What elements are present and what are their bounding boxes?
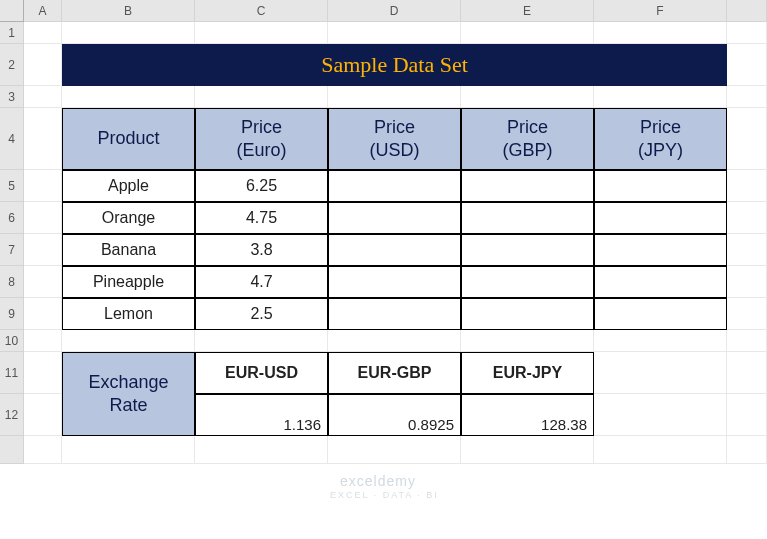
cell[interactable] <box>727 330 767 352</box>
cell[interactable] <box>727 170 767 202</box>
row-header-2[interactable]: 2 <box>0 44 24 86</box>
cell[interactable] <box>24 266 62 298</box>
cell[interactable] <box>727 436 767 464</box>
cell[interactable] <box>24 298 62 330</box>
cell[interactable] <box>727 202 767 234</box>
cell[interactable] <box>328 436 461 464</box>
cell[interactable] <box>24 170 62 202</box>
exchange-pair-header[interactable]: EUR-USD <box>195 352 328 394</box>
table-cell[interactable]: 6.25 <box>195 170 328 202</box>
cell[interactable] <box>24 352 62 394</box>
row-header-1[interactable]: 1 <box>0 22 24 44</box>
col-header-D[interactable]: D <box>328 0 461 22</box>
cell[interactable] <box>195 22 328 44</box>
cell[interactable] <box>328 330 461 352</box>
table-cell[interactable] <box>461 170 594 202</box>
cell[interactable] <box>24 234 62 266</box>
table-cell[interactable]: 2.5 <box>195 298 328 330</box>
table-cell[interactable] <box>594 298 727 330</box>
th-price-gbp[interactable]: Price (GBP) <box>461 108 594 170</box>
cell[interactable] <box>727 86 767 108</box>
cell[interactable] <box>727 266 767 298</box>
select-all-corner[interactable] <box>0 0 24 22</box>
cell[interactable] <box>727 44 767 86</box>
col-header-B[interactable]: B <box>62 0 195 22</box>
exchange-value[interactable]: 0.8925 <box>328 394 461 436</box>
exchange-value[interactable]: 128.38 <box>461 394 594 436</box>
table-cell[interactable]: 4.7 <box>195 266 328 298</box>
table-cell[interactable] <box>328 298 461 330</box>
cell[interactable] <box>62 436 195 464</box>
row-header-3[interactable]: 3 <box>0 86 24 108</box>
cell[interactable] <box>24 436 62 464</box>
table-cell[interactable]: Apple <box>62 170 195 202</box>
cell[interactable] <box>62 330 195 352</box>
row-header-5[interactable]: 5 <box>0 170 24 202</box>
row-header-8[interactable]: 8 <box>0 266 24 298</box>
cell[interactable] <box>328 22 461 44</box>
exchange-value[interactable]: 1.136 <box>195 394 328 436</box>
col-header-F[interactable]: F <box>594 0 727 22</box>
cell[interactable] <box>328 86 461 108</box>
cell[interactable] <box>594 330 727 352</box>
row-header-blank[interactable] <box>0 436 24 464</box>
table-cell[interactable]: Pineapple <box>62 266 195 298</box>
row-header-7[interactable]: 7 <box>0 234 24 266</box>
cell[interactable] <box>727 298 767 330</box>
th-product[interactable]: Product <box>62 108 195 170</box>
cell[interactable] <box>727 394 767 436</box>
cell[interactable] <box>461 330 594 352</box>
col-header-E[interactable]: E <box>461 0 594 22</box>
cell[interactable] <box>727 22 767 44</box>
th-price-eur[interactable]: Price (Euro) <box>195 108 328 170</box>
table-cell[interactable]: 4.75 <box>195 202 328 234</box>
cell[interactable] <box>594 436 727 464</box>
cell[interactable] <box>594 22 727 44</box>
col-header-blank[interactable] <box>727 0 767 22</box>
col-header-C[interactable]: C <box>195 0 328 22</box>
th-price-usd[interactable]: Price (USD) <box>328 108 461 170</box>
cell[interactable] <box>195 330 328 352</box>
row-header-9[interactable]: 9 <box>0 298 24 330</box>
table-cell[interactable]: Lemon <box>62 298 195 330</box>
row-header-10[interactable]: 10 <box>0 330 24 352</box>
table-cell[interactable] <box>461 266 594 298</box>
cell[interactable] <box>727 108 767 170</box>
cell[interactable] <box>594 86 727 108</box>
cell[interactable] <box>461 436 594 464</box>
cell[interactable] <box>24 86 62 108</box>
table-cell[interactable] <box>328 266 461 298</box>
table-cell[interactable] <box>461 298 594 330</box>
table-cell[interactable] <box>594 170 727 202</box>
table-cell[interactable] <box>461 234 594 266</box>
cell[interactable] <box>62 22 195 44</box>
exchange-pair-header[interactable]: EUR-JPY <box>461 352 594 394</box>
table-cell[interactable]: Banana <box>62 234 195 266</box>
exchange-pair-header[interactable]: EUR-GBP <box>328 352 461 394</box>
cell[interactable] <box>727 234 767 266</box>
th-price-jpy[interactable]: Price (JPY) <box>594 108 727 170</box>
cell[interactable] <box>62 86 195 108</box>
table-cell[interactable] <box>594 202 727 234</box>
table-cell[interactable] <box>461 202 594 234</box>
table-cell[interactable]: 3.8 <box>195 234 328 266</box>
table-cell[interactable] <box>328 234 461 266</box>
cell[interactable] <box>195 436 328 464</box>
cell[interactable] <box>24 394 62 436</box>
cell[interactable] <box>24 22 62 44</box>
exchange-rate-label[interactable]: Exchange Rate <box>62 352 195 436</box>
row-header-11[interactable]: 11 <box>0 352 24 394</box>
table-cell[interactable]: Orange <box>62 202 195 234</box>
col-header-A[interactable]: A <box>24 0 62 22</box>
cell[interactable] <box>594 352 727 394</box>
cell[interactable] <box>24 330 62 352</box>
cell[interactable] <box>727 352 767 394</box>
table-cell[interactable] <box>594 266 727 298</box>
cell[interactable] <box>24 108 62 170</box>
cell[interactable] <box>461 22 594 44</box>
cell[interactable] <box>24 202 62 234</box>
row-header-6[interactable]: 6 <box>0 202 24 234</box>
page-title[interactable]: Sample Data Set <box>62 44 727 86</box>
table-cell[interactable] <box>328 170 461 202</box>
table-cell[interactable] <box>594 234 727 266</box>
